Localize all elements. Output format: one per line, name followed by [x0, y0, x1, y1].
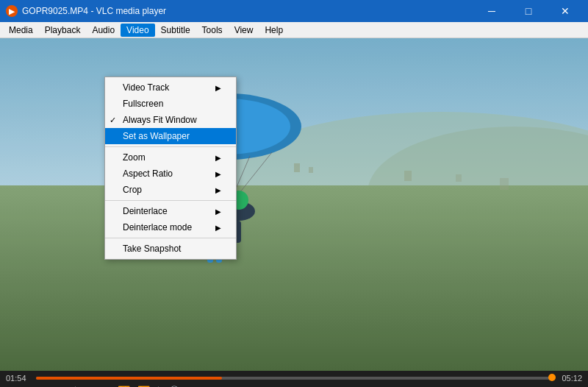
svg-rect-9: [0, 38, 588, 371]
video-background: [0, 38, 588, 371]
title-bar: ▶ GOPR9025.MP4 - VLC media player ─ □ ✕: [0, 0, 588, 22]
menu-tools[interactable]: Tools: [196, 24, 229, 37]
deinterlace-mode-label: Deinterlace mode: [123, 222, 192, 232]
dropdown-item-aspect-ratio[interactable]: Aspect Ratio ▶: [105, 166, 236, 182]
arrow-icon-deinterlace-mode: ▶: [215, 224, 221, 232]
menu-subtitle[interactable]: Subtitle: [155, 24, 196, 37]
maximize-button[interactable]: □: [512, 0, 545, 22]
minimize-button[interactable]: ─: [475, 0, 509, 22]
menu-view[interactable]: View: [229, 24, 259, 37]
dropdown-item-take-snapshot[interactable]: Take Snapshot: [105, 241, 236, 257]
time-elapsed: 01:54: [6, 374, 32, 383]
arrow-icon-zoom: ▶: [215, 154, 221, 162]
app-icon: ▶: [6, 5, 18, 17]
progress-thumb: [548, 374, 556, 381]
menu-media[interactable]: Media: [3, 24, 39, 37]
menu-bar: Media Playback Audio Video Subtitle Tool…: [0, 22, 588, 38]
progress-fill: [36, 377, 222, 380]
arrow-icon-deinterlace: ▶: [215, 207, 221, 216]
progress-track[interactable]: [36, 377, 552, 380]
close-button[interactable]: ✕: [548, 0, 582, 22]
menu-playback[interactable]: Playback: [39, 24, 87, 37]
menu-video[interactable]: Video: [121, 24, 154, 37]
separator-2: [105, 200, 236, 201]
window-controls: ─ □ ✕: [475, 0, 582, 22]
dropdown-item-always-fit[interactable]: ✓ Always Fit Window: [105, 112, 236, 128]
set-wallpaper-label: Set as Wallpaper: [123, 131, 190, 141]
video-area: Video Track ▶ Fullscreen ✓ Always Fit Wi…: [0, 38, 588, 371]
separator-3: [105, 238, 236, 238]
zoom-label: Zoom: [123, 152, 146, 163]
time-total: 05:12: [556, 374, 582, 383]
video-scene: [0, 38, 588, 371]
menu-help[interactable]: Help: [259, 24, 289, 37]
dropdown-item-deinterlace-mode[interactable]: Deinterlace mode ▶: [105, 219, 236, 235]
always-fit-label: Always Fit Window: [123, 115, 197, 125]
take-snapshot-label: Take Snapshot: [123, 244, 181, 254]
aspect-ratio-label: Aspect Ratio: [123, 168, 173, 179]
dropdown-item-crop[interactable]: Crop ▶: [105, 182, 236, 198]
progress-row: 01:54 05:12: [6, 374, 582, 383]
separator-1: [105, 146, 236, 147]
controls-bar: 01:54 05:12 ■ ⏮ ⏸ ⏭ ☰ ⚙ 🔁 🔀 🔊 100%: [0, 371, 588, 387]
dropdown-item-deinterlace[interactable]: Deinterlace ▶: [105, 203, 236, 219]
arrow-icon-aspect: ▶: [215, 170, 221, 178]
dropdown-item-zoom[interactable]: Zoom ▶: [105, 149, 236, 166]
dropdown-item-set-wallpaper[interactable]: Set as Wallpaper: [105, 128, 236, 144]
arrow-icon: ▶: [215, 84, 221, 92]
video-track-label: Video Track: [123, 82, 169, 93]
dropdown-item-fullscreen[interactable]: Fullscreen: [105, 96, 236, 112]
window-title: GOPR9025.MP4 - VLC media player: [22, 6, 475, 16]
crop-label: Crop: [123, 185, 142, 195]
menu-audio[interactable]: Audio: [86, 24, 121, 37]
check-icon: ✓: [110, 116, 116, 125]
dropdown-item-video-track[interactable]: Video Track ▶: [105, 79, 236, 96]
video-dropdown-menu: Video Track ▶ Fullscreen ✓ Always Fit Wi…: [104, 77, 237, 260]
fullscreen-label: Fullscreen: [123, 99, 163, 109]
arrow-icon-crop: ▶: [215, 186, 221, 194]
deinterlace-label: Deinterlace: [123, 206, 168, 216]
